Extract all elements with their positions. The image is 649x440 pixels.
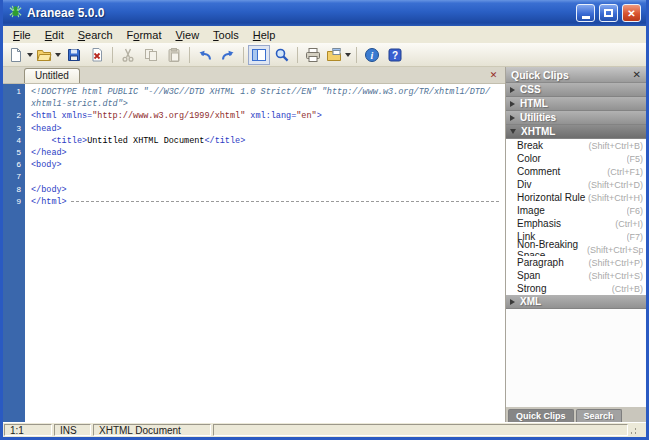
- paste-button[interactable]: [163, 45, 185, 65]
- clip-shortcut: (Ctrl+I): [615, 219, 643, 229]
- clip-label: Comment: [517, 166, 560, 177]
- clip-item-emphasis[interactable]: Emphasis(Ctrl+I): [506, 217, 646, 230]
- redo-icon: [220, 47, 236, 63]
- menu-view[interactable]: View: [168, 28, 206, 42]
- main-area: Untitled✕ 1<!DOCTYPE html PUBLIC "-//W3C…: [3, 67, 646, 422]
- document-tab-untitled[interactable]: Untitled: [24, 68, 80, 83]
- clip-item-comment[interactable]: Comment(Ctrl+F1): [506, 165, 646, 178]
- toolbar-separator: [112, 47, 113, 63]
- redo-button[interactable]: [217, 45, 239, 65]
- menu-tools[interactable]: Tools: [206, 28, 246, 42]
- line-number: 4: [3, 135, 25, 147]
- dropdown-arrow-icon[interactable]: [55, 53, 61, 57]
- info-button[interactable]: i: [361, 45, 383, 65]
- clip-item-image[interactable]: Image(F6): [506, 204, 646, 217]
- code-line[interactable]: 9</html>: [3, 196, 505, 208]
- code-line[interactable]: 1<!DOCTYPE html PUBLIC "-//W3C//DTD XHTM…: [3, 86, 505, 98]
- clip-item-non-breaking-space[interactable]: Non-Breaking Space(Shift+Ctrl+Space): [506, 243, 646, 256]
- close-tab-icon[interactable]: ✕: [486, 68, 501, 81]
- save-button[interactable]: [63, 45, 85, 65]
- clip-item-break[interactable]: Break(Shift+Ctrl+B): [506, 139, 646, 152]
- menu-search[interactable]: Search: [71, 28, 120, 42]
- open-file-icon: [36, 47, 52, 63]
- cut-button[interactable]: [117, 45, 139, 65]
- clip-item-color[interactable]: Color(F5): [506, 152, 646, 165]
- panel-tab-quick-clips[interactable]: Quick Clips: [508, 409, 574, 422]
- menu-help[interactable]: Help: [246, 28, 283, 42]
- chevron-right-icon: [510, 115, 515, 121]
- clip-shortcut: (Shift+Ctrl+H): [588, 193, 643, 203]
- code-text: xhtml1-strict.dtd">: [25, 98, 505, 110]
- dropdown-arrow-icon[interactable]: [27, 53, 33, 57]
- menu-format[interactable]: Format: [120, 28, 169, 42]
- print-button[interactable]: [302, 45, 324, 65]
- panel-title: Quick Clips: [511, 69, 569, 81]
- minimize-button[interactable]: [576, 4, 595, 22]
- clip-section-utilities[interactable]: Utilities: [506, 111, 646, 125]
- line-number: 7: [3, 171, 25, 183]
- clip-shortcut: (Shift+Ctrl+B): [588, 141, 643, 151]
- copy-button[interactable]: [140, 45, 162, 65]
- dropdown-arrow-icon[interactable]: [345, 53, 351, 57]
- toolbar-separator: [356, 47, 357, 63]
- clip-section-xml[interactable]: XML: [506, 295, 646, 309]
- open-file-button[interactable]: [35, 45, 62, 65]
- code-line[interactable]: 7: [3, 171, 505, 183]
- code-text: </html>: [25, 196, 505, 208]
- clip-item-strong[interactable]: Strong(Ctrl+B): [506, 282, 646, 295]
- code-line[interactable]: 4 <title>Untitled XHTML Document</title>: [3, 135, 505, 147]
- clip-label: Emphasis: [517, 218, 561, 229]
- clip-item-paragraph[interactable]: Paragraph(Shift+Ctrl+P): [506, 256, 646, 269]
- line-number: 2: [3, 110, 25, 122]
- clip-shortcut: (F5): [627, 154, 644, 164]
- search-button[interactable]: [271, 45, 293, 65]
- clip-label: Strong: [517, 283, 546, 294]
- maximize-button[interactable]: [599, 4, 618, 22]
- preview-browser-button[interactable]: [325, 45, 352, 65]
- undo-button[interactable]: [194, 45, 216, 65]
- section-label: Utilities: [520, 112, 556, 123]
- clip-section-css[interactable]: CSS: [506, 83, 646, 97]
- code-editor[interactable]: 1<!DOCTYPE html PUBLIC "-//W3C//DTD XHTM…: [3, 84, 505, 422]
- save-icon: [66, 47, 82, 63]
- clip-shortcut: (Shift+Ctrl+Space): [587, 245, 643, 255]
- clip-label: Paragraph: [517, 257, 564, 268]
- resize-grip[interactable]: [630, 424, 643, 436]
- section-label: CSS: [520, 84, 541, 95]
- status-bar: 1:1 INS XHTML Document: [3, 422, 646, 437]
- help-button[interactable]: ?: [384, 45, 406, 65]
- toolbar-separator: [243, 47, 244, 63]
- code-line[interactable]: 6<body>: [3, 159, 505, 171]
- clip-section-xhtml[interactable]: XHTML: [506, 125, 646, 139]
- line-number: 5: [3, 147, 25, 159]
- code-line[interactable]: 2<html xmlns="http://www.w3.org/1999/xht…: [3, 110, 505, 122]
- clip-item-horizontal-rule[interactable]: Horizontal Rule(Shift+Ctrl+H): [506, 191, 646, 204]
- code-line[interactable]: 8</body>: [3, 184, 505, 196]
- clip-shortcut: (Ctrl+F1): [607, 167, 643, 177]
- clip-item-div[interactable]: Div(Shift+Ctrl+D): [506, 178, 646, 191]
- clip-label: Image: [517, 205, 545, 216]
- code-line[interactable]: 5</head>: [3, 147, 505, 159]
- preview-browser-icon: [326, 47, 342, 63]
- menu-edit[interactable]: Edit: [38, 28, 71, 42]
- clip-shortcut: (Ctrl+B): [612, 284, 643, 294]
- help-icon: ?: [387, 47, 403, 63]
- line-number: 8: [3, 184, 25, 196]
- panel-tab-search[interactable]: Search: [576, 409, 622, 422]
- new-document-button[interactable]: [7, 45, 34, 65]
- panel-close-icon[interactable]: ✕: [633, 69, 641, 80]
- close-button[interactable]: ✕: [622, 4, 641, 22]
- clip-section-html[interactable]: HTML: [506, 97, 646, 111]
- menu-file[interactable]: File: [6, 28, 38, 42]
- document-tab-bar: Untitled✕: [3, 67, 505, 84]
- toggle-panel-button[interactable]: [248, 45, 270, 65]
- close-document-button[interactable]: [86, 45, 108, 65]
- code-line[interactable]: 3<head>: [3, 123, 505, 135]
- code-line[interactable]: xhtml1-strict.dtd">: [3, 98, 505, 110]
- info-icon: i: [364, 47, 380, 63]
- clip-item-span[interactable]: Span(Shift+Ctrl+S): [506, 269, 646, 282]
- title-bar: Araneae 5.0.0 ✕: [3, 0, 646, 26]
- clip-label: Div: [517, 179, 531, 190]
- document-type: XHTML Document: [93, 424, 211, 436]
- editor-column: Untitled✕ 1<!DOCTYPE html PUBLIC "-//W3C…: [3, 67, 505, 422]
